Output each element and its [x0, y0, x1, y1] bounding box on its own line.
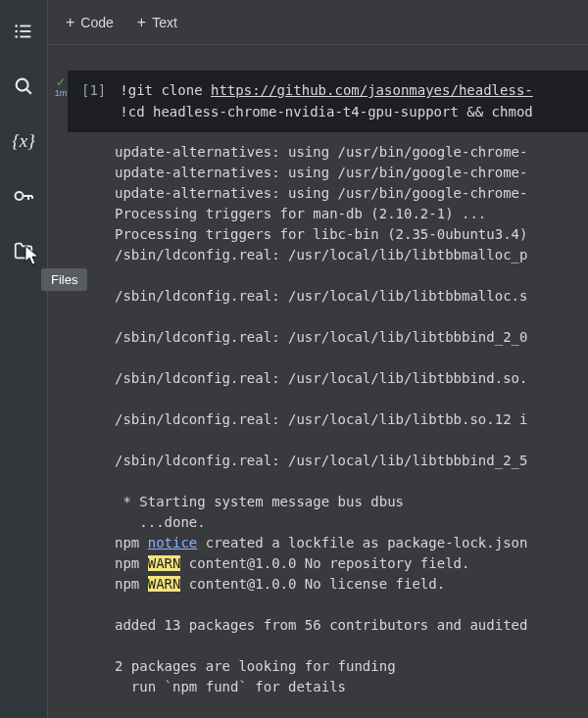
variables-icon[interactable]: {x} — [10, 127, 37, 155]
output-line: /sbin/ldconfig.real: /usr/local/lib/libt… — [115, 409, 588, 430]
output-line: npm WARN content@1.0.0 No repository fie… — [115, 553, 588, 574]
add-code-label: Code — [80, 15, 113, 30]
main-area: + Code + Text ✓ 1m [1]!git clone https:/… — [47, 0, 588, 718]
output-line — [115, 348, 588, 368]
svg-point-4 — [15, 30, 18, 33]
output-line: added 13 packages from 56 contributors a… — [115, 615, 588, 636]
output-line: /sbin/ldconfig.real: /usr/local/lib/libt… — [115, 286, 588, 307]
output-line: Processing triggers for libc-bin (2.35-0… — [115, 224, 588, 245]
check-icon: ✓ — [56, 76, 66, 88]
code-cell: ✓ 1m [1]!git clone https://github.com/ja… — [48, 71, 588, 697]
svg-point-5 — [15, 35, 18, 38]
cell-toolbar: + Code + Text — [48, 0, 588, 45]
output-line: update-alternatives: using /usr/bin/goog… — [115, 183, 588, 204]
svg-point-6 — [17, 79, 28, 91]
output-line: /sbin/ldconfig.real: /usr/local/lib/libt… — [115, 245, 588, 265]
output-line — [115, 389, 588, 409]
files-icon[interactable] — [10, 237, 37, 264]
output-line — [115, 265, 588, 286]
output-line: * Starting system message bus dbus — [115, 492, 588, 512]
key-icon[interactable] — [10, 182, 37, 210]
output-line — [115, 307, 588, 327]
output-line: update-alternatives: using /usr/bin/goog… — [115, 142, 588, 163]
cell-status[interactable]: ✓ 1m — [48, 71, 68, 98]
files-tooltip: Files — [41, 268, 87, 291]
output-line: update-alternatives: using /usr/bin/goog… — [115, 163, 588, 183]
output-line: /sbin/ldconfig.real: /usr/local/lib/libt… — [115, 368, 588, 389]
add-text-button[interactable]: + Text — [137, 14, 177, 31]
output-line — [115, 430, 588, 451]
svg-point-8 — [16, 192, 24, 200]
output-line: npm notice created a lockfile as package… — [115, 533, 588, 553]
search-icon[interactable] — [10, 72, 37, 100]
svg-point-3 — [15, 24, 18, 27]
execution-count: [1] — [81, 82, 106, 98]
notebook-cells: ✓ 1m [1]!git clone https://github.com/ja… — [48, 45, 588, 718]
output-line: ...done. — [115, 512, 588, 533]
code-editor[interactable]: [1]!git clone https://github.com/jasonma… — [68, 71, 588, 132]
output-line: npm WARN content@1.0.0 No license field. — [115, 574, 588, 595]
output-line: /sbin/ldconfig.real: /usr/local/lib/libt… — [115, 451, 588, 471]
output-line: 2 packages are looking for funding — [115, 656, 588, 677]
output-line — [115, 471, 588, 492]
plus-icon: + — [137, 14, 146, 31]
output-line — [115, 595, 588, 615]
git-url: https://github.com/jasonmayes/headless- — [211, 82, 533, 98]
add-text-label: Text — [152, 15, 177, 30]
output-line: run `npm fund` for details — [115, 677, 588, 697]
output-line — [115, 636, 588, 656]
output-line: Processing triggers for man-db (2.10.2-1… — [115, 204, 588, 224]
cell-time: 1m — [55, 88, 68, 98]
svg-line-7 — [26, 89, 31, 94]
add-code-button[interactable]: + Code — [66, 14, 114, 31]
output-line: /sbin/ldconfig.real: /usr/local/lib/libt… — [115, 327, 588, 348]
cell-output: update-alternatives: using /usr/bin/goog… — [68, 132, 588, 697]
plus-icon: + — [66, 14, 74, 31]
left-sidebar: {x} Files — [0, 0, 47, 718]
toc-icon[interactable] — [10, 18, 37, 45]
